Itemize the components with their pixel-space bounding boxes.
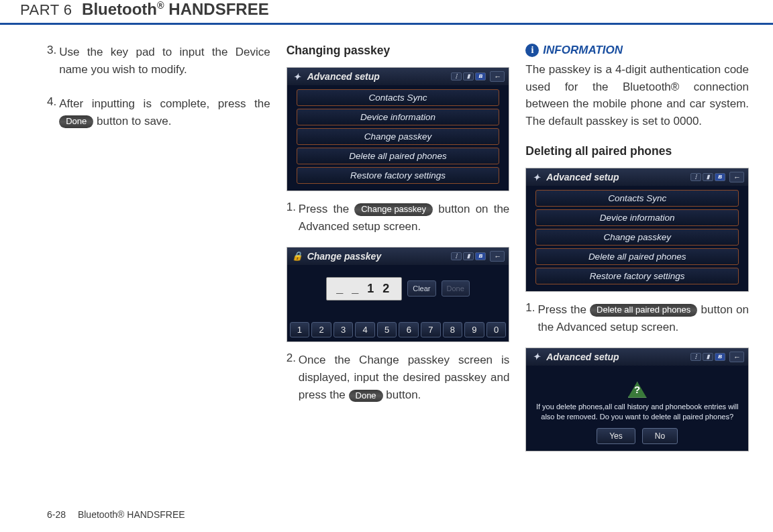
information-header: i INFORMATION bbox=[525, 44, 749, 57]
col2-step-1: 1. Press the Change passkey button on th… bbox=[287, 201, 510, 236]
back-icon: ← bbox=[490, 71, 505, 82]
back-icon: ← bbox=[729, 172, 744, 182]
battery-icon: ▮ bbox=[463, 72, 474, 81]
keypad-key: 0 bbox=[486, 322, 507, 337]
step-4: 4. After inputting is complete, press th… bbox=[47, 95, 270, 131]
screenshot-change-passkey: 🔒 Change passkey ⋮ ▮ B ← _ _ 1 2 Clear D… bbox=[287, 247, 510, 342]
keypad-key: 1 bbox=[290, 322, 310, 337]
status-icons: ⋮ ▮ B bbox=[451, 72, 486, 81]
keypad-key: 2 bbox=[311, 322, 331, 337]
col2-step-2: 2. Once the Change passkey screen is dis… bbox=[287, 352, 510, 405]
signal-icon: ⋮ bbox=[451, 72, 462, 81]
screenshot-title: Advanced setup bbox=[307, 71, 448, 82]
text-fragment: After inputting is complete, press the bbox=[59, 97, 270, 110]
section-heading-changing-passkey: Changing passkey bbox=[287, 44, 510, 58]
menu-item: Change passkey bbox=[297, 128, 500, 145]
keypad-key: 8 bbox=[443, 322, 463, 337]
page-number: 6-28 bbox=[47, 509, 66, 520]
step-number: 1. bbox=[287, 201, 296, 236]
step-text: After inputting is complete, press the D… bbox=[59, 95, 270, 131]
dialog-text: If you delete phones,all call history an… bbox=[535, 402, 739, 422]
part-label: PART 6 bbox=[20, 1, 72, 18]
done-button: Done bbox=[442, 280, 470, 297]
step-number: 2. bbox=[287, 352, 296, 405]
screenshot-titlebar: 🔒 Change passkey ⋮ ▮ B ← bbox=[287, 248, 509, 265]
passkey-row: _ _ 1 2 Clear Done bbox=[294, 277, 503, 301]
column-2: Changing passkey ✦ Advanced setup ⋮ ▮ B … bbox=[287, 44, 510, 461]
menu-item: Device information bbox=[297, 109, 500, 125]
menu-item: Contacts Sync bbox=[535, 190, 739, 207]
text-fragment: Press the bbox=[538, 303, 590, 316]
content-columns: 3. Use the key pad to input the Device n… bbox=[0, 44, 773, 461]
column-3: i INFORMATION The passkey is a 4-digit a… bbox=[525, 44, 749, 461]
keypad-key: 5 bbox=[377, 322, 397, 337]
screenshot-title: Advanced setup bbox=[546, 172, 686, 182]
done-button-chip: Done bbox=[59, 115, 93, 128]
screenshot-advanced-setup: ✦ Advanced setup ⋮ ▮ B ← Contacts Sync D… bbox=[287, 67, 510, 191]
yes-button: Yes bbox=[597, 428, 635, 444]
passkey-body: _ _ 1 2 Clear Done bbox=[287, 265, 509, 322]
menu-item: Device information bbox=[535, 209, 739, 226]
signal-icon: ⋮ bbox=[690, 353, 701, 361]
section-heading-deleting-phones: Deleting all paired phones bbox=[525, 144, 749, 158]
step-text: Press the Delete all paired phones butto… bbox=[538, 301, 749, 337]
battery-icon: ▮ bbox=[703, 353, 713, 361]
menu-item: Delete all paired phones bbox=[297, 148, 500, 164]
information-body: The passkey is a 4-digit authentication … bbox=[525, 61, 749, 129]
step-number: 4. bbox=[47, 95, 56, 131]
step-3: 3. Use the key pad to input the Device n… bbox=[47, 44, 270, 79]
status-icons: ⋮ ▮ B bbox=[690, 353, 725, 361]
screenshot-menu: Contacts Sync Device information Change … bbox=[287, 85, 509, 191]
step-number: 3. bbox=[47, 44, 56, 79]
wrench-icon: ✦ bbox=[530, 171, 542, 183]
footer-label: Bluetooth® HANDSFREE bbox=[78, 509, 185, 520]
battery-icon: ▮ bbox=[463, 252, 474, 260]
dialog-body: ? If you delete phones,all call history … bbox=[526, 366, 748, 451]
keypad-key: 6 bbox=[399, 322, 419, 337]
signal-icon: ⋮ bbox=[451, 252, 462, 260]
step-number: 1. bbox=[525, 301, 535, 337]
bluetooth-icon: B bbox=[715, 173, 725, 181]
lock-icon: 🔒 bbox=[291, 250, 303, 262]
part-title: Bluetooth® HANDSFREE bbox=[82, 0, 269, 18]
done-button-chip: Done bbox=[349, 390, 383, 403]
text-fragment: button to save. bbox=[97, 115, 172, 127]
text-fragment: button. bbox=[386, 388, 421, 401]
screenshot-titlebar: ✦ Advanced setup ⋮ ▮ B ← bbox=[526, 348, 748, 366]
signal-icon: ⋮ bbox=[690, 173, 701, 181]
screenshot-titlebar: ✦ Advanced setup ⋮ ▮ B ← bbox=[526, 168, 748, 186]
warning-icon: ? bbox=[628, 382, 647, 398]
menu-item: Delete all paired phones bbox=[535, 248, 739, 265]
dialog-buttons: Yes No bbox=[597, 428, 678, 444]
screenshot-delete-confirmation: ✦ Advanced setup ⋮ ▮ B ← ? If you delete… bbox=[525, 348, 749, 452]
menu-item: Change passkey bbox=[535, 229, 739, 246]
page-footer: 6-28 Bluetooth® HANDSFREE bbox=[47, 509, 185, 520]
text-fragment: Press the bbox=[299, 203, 354, 215]
step-text: Use the key pad to input the Device name… bbox=[59, 44, 270, 79]
change-passkey-button-chip: Change passkey bbox=[354, 203, 433, 216]
bluetooth-icon: B bbox=[475, 72, 486, 81]
step-text: Press the Change passkey button on the A… bbox=[299, 201, 509, 236]
battery-icon: ▮ bbox=[703, 173, 713, 181]
clear-button: Clear bbox=[407, 280, 435, 297]
status-icons: ⋮ ▮ B bbox=[451, 252, 486, 260]
screenshot-advanced-setup-2: ✦ Advanced setup ⋮ ▮ B ← Contacts Sync D… bbox=[525, 168, 749, 292]
menu-item: Restore factory settings bbox=[535, 268, 739, 284]
col3-step-1: 1. Press the Delete all paired phones bu… bbox=[525, 301, 749, 337]
page-header: PART 6 Bluetooth® HANDSFREE bbox=[0, 0, 773, 25]
screenshot-menu: Contacts Sync Device information Change … bbox=[526, 186, 748, 291]
passkey-display: _ _ 1 2 bbox=[326, 277, 402, 301]
delete-all-paired-phones-button-chip: Delete all paired phones bbox=[590, 304, 697, 317]
information-title: INFORMATION bbox=[543, 44, 623, 57]
info-icon: i bbox=[525, 44, 539, 57]
keypad-key: 3 bbox=[333, 322, 354, 337]
bluetooth-icon: B bbox=[475, 252, 486, 260]
bluetooth-icon: B bbox=[715, 353, 725, 361]
wrench-icon: ✦ bbox=[291, 70, 303, 83]
screenshot-titlebar: ✦ Advanced setup ⋮ ▮ B ← bbox=[287, 68, 509, 85]
keypad: 1 2 3 4 5 6 7 8 9 0 bbox=[287, 322, 509, 341]
keypad-key: 9 bbox=[464, 322, 484, 337]
screenshot-title: Advanced setup bbox=[546, 352, 686, 362]
keypad-key: 4 bbox=[355, 322, 375, 337]
menu-item: Contacts Sync bbox=[297, 89, 500, 106]
